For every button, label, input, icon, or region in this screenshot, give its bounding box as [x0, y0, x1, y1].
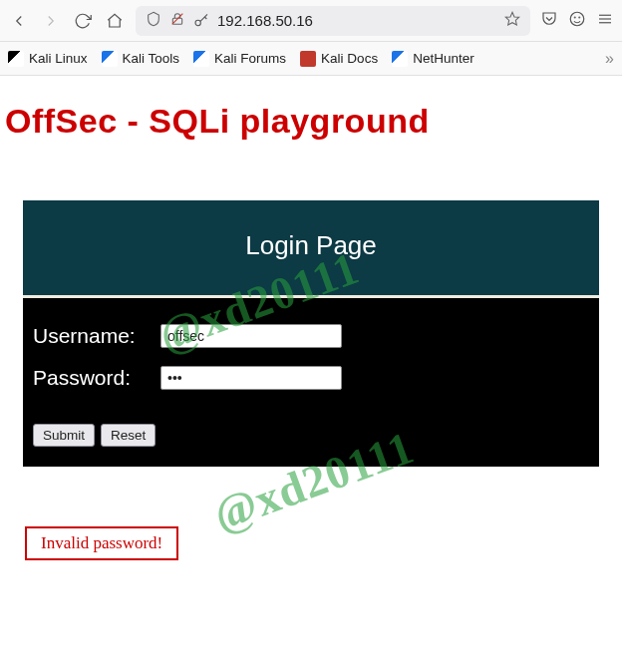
reset-button[interactable]: Reset	[101, 424, 156, 447]
kali-icon	[8, 51, 24, 67]
back-button[interactable]	[8, 10, 30, 32]
bookmark-kali-linux[interactable]: Kali Linux	[8, 51, 88, 67]
kali-tools-icon	[102, 51, 118, 67]
username-input[interactable]	[160, 324, 342, 348]
shield-icon	[146, 11, 161, 30]
login-form: Username: Password: Submit Reset	[23, 298, 599, 467]
key-icon	[193, 13, 209, 29]
password-row: Password:	[33, 366, 587, 390]
url-bar[interactable]: 192.168.50.16	[136, 6, 530, 36]
kali-docs-icon	[300, 51, 316, 67]
form-buttons: Submit Reset	[33, 424, 587, 447]
page-title: OffSec - SQLi playground	[5, 102, 617, 141]
bookmark-kali-forums[interactable]: Kali Forums	[193, 51, 286, 67]
login-panel: Login Page Username: Password: Submit Re…	[23, 200, 599, 467]
hamburger-menu-icon[interactable]	[596, 10, 614, 31]
browser-toolbar: 192.168.50.16	[0, 0, 622, 42]
home-button[interactable]	[104, 10, 126, 32]
username-row: Username:	[33, 324, 587, 348]
bookmark-label: Kali Linux	[29, 51, 88, 66]
bookmark-label: Kali Forums	[214, 51, 286, 66]
bookmarks-bar: Kali Linux Kali Tools Kali Forums Kali D…	[0, 42, 622, 76]
svg-line-1	[172, 14, 183, 25]
star-icon[interactable]	[504, 11, 520, 30]
bookmark-label: Kali Docs	[321, 51, 378, 66]
password-label: Password:	[33, 366, 153, 390]
bookmark-nethunter[interactable]: NetHunter	[392, 51, 474, 67]
lock-slash-icon	[169, 11, 185, 30]
svg-point-4	[570, 12, 584, 26]
nethunter-icon	[392, 51, 408, 67]
reload-button[interactable]	[72, 10, 94, 32]
extensions-icon[interactable]	[568, 10, 586, 31]
error-message: Invalid password!	[25, 526, 178, 560]
submit-button[interactable]: Submit	[33, 424, 95, 447]
kali-forums-icon	[193, 51, 209, 67]
login-header: Login Page	[23, 200, 599, 298]
bookmark-label: Kali Tools	[123, 51, 180, 66]
bookmarks-overflow-icon[interactable]: »	[605, 50, 614, 68]
bookmark-kali-docs[interactable]: Kali Docs	[300, 51, 378, 67]
svg-point-5	[574, 16, 576, 18]
page-content: OffSec - SQLi playground @xd20111 @xd201…	[0, 76, 622, 570]
svg-point-6	[578, 16, 580, 18]
username-label: Username:	[33, 324, 153, 348]
url-text[interactable]: 192.168.50.16	[217, 12, 496, 29]
bookmark-kali-tools[interactable]: Kali Tools	[102, 51, 180, 67]
svg-marker-3	[505, 12, 518, 25]
pocket-icon[interactable]	[540, 10, 558, 31]
bookmark-label: NetHunter	[413, 51, 474, 66]
password-input[interactable]	[160, 366, 342, 390]
svg-point-2	[195, 20, 200, 25]
forward-button[interactable]	[40, 10, 62, 32]
